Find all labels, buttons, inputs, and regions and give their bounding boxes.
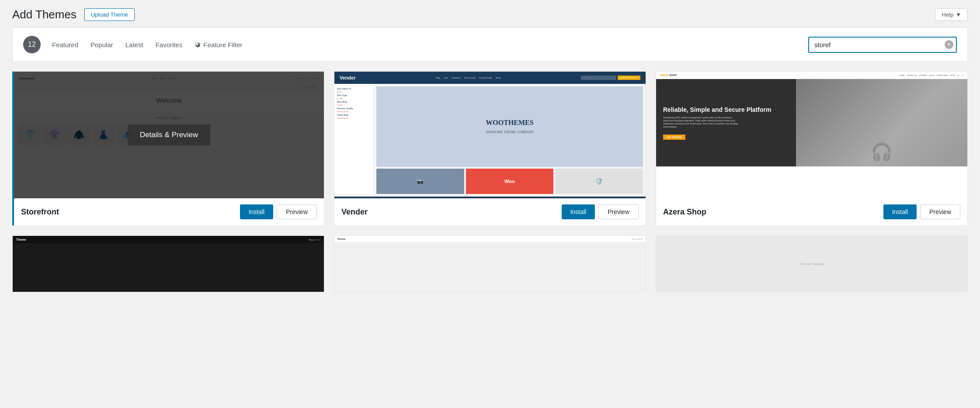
bottom-mockup-light2: Theme Preview bbox=[656, 236, 967, 292]
az-hero-content: Reliable, Simple and Secure Platform San… bbox=[663, 106, 771, 140]
storefront-footer: Storefront Install Preview bbox=[14, 198, 324, 225]
feature-filter[interactable]: Feature Filter bbox=[194, 41, 242, 49]
themes-grid-bottom: Theme Blog ★ ✦ ✕ Theme menu items Theme … bbox=[0, 235, 980, 302]
vd-thumb-row: 📷 Woo 🛡️ bbox=[376, 169, 643, 194]
vd-big-image: WOOTHEMESAWESOME THEME COMPANY bbox=[376, 86, 643, 167]
filter-bar: 12 Featured Popular Latest Favorites Fea… bbox=[12, 28, 968, 62]
vender-actions: Install Preview bbox=[562, 204, 639, 219]
azera-preview-button[interactable]: Preview bbox=[920, 204, 960, 219]
storefront-actions: Install Preview bbox=[240, 204, 317, 219]
azera-mockup: AZERA SHOP HOME PRODUCTS CONTACT BLOG DO… bbox=[656, 72, 967, 198]
filter-left: 12 Featured Popular Latest Favorites Fea… bbox=[23, 36, 243, 53]
vender-mockup: Vender Blog Cart Checkout My Account Sam… bbox=[334, 72, 646, 198]
az-hero: 🎧 Reliable, Simple and Secure Platform S… bbox=[656, 79, 967, 166]
vd-header: Vender Blog Cart Checkout My Account Sam… bbox=[334, 72, 646, 84]
vd-sidebar: Woo Album #1 £5.00 Woo Logo £15.00 Woo N… bbox=[334, 84, 374, 197]
tab-favorites[interactable]: Favorites bbox=[155, 39, 184, 50]
bottom-mockup-light: Theme menu items bbox=[334, 236, 646, 292]
storefront-name: Storefront bbox=[21, 207, 59, 217]
theme-preview-azera[interactable]: AZERA SHOP HOME PRODUCTS CONTACT BLOG DO… bbox=[656, 72, 967, 198]
theme-preview-vender[interactable]: Vender Blog Cart Checkout My Account Sam… bbox=[334, 72, 646, 198]
theme-count-badge: 12 bbox=[23, 36, 41, 53]
vd-content: Woo Album #1 £5.00 Woo Logo £15.00 Woo N… bbox=[334, 84, 646, 197]
azera-actions: Install Preview bbox=[883, 204, 960, 219]
storefront-install-button[interactable]: Install bbox=[240, 204, 274, 219]
azera-footer: Azera Shop Install Preview bbox=[656, 198, 967, 225]
storefront-overlay[interactable]: Details & Preview bbox=[14, 72, 324, 198]
tab-popular[interactable]: Popular bbox=[90, 39, 114, 50]
help-button[interactable]: Help ▼ bbox=[935, 8, 968, 21]
theme-card-bottom-1: Theme Blog ★ ✦ ✕ bbox=[12, 235, 324, 292]
search-input[interactable] bbox=[808, 37, 957, 53]
theme-card-vender: Vender Blog Cart Checkout My Account Sam… bbox=[334, 71, 646, 226]
az-hero-subtitle: Sandboxing UDD content management system… bbox=[663, 116, 742, 128]
upload-theme-button[interactable]: Upload Theme bbox=[84, 8, 135, 21]
top-bar: Add Themes Upload Theme Help ▼ bbox=[0, 0, 980, 28]
gear-icon bbox=[194, 41, 201, 49]
azera-name: Azera Shop bbox=[663, 207, 706, 217]
help-label: Help bbox=[942, 11, 953, 18]
theme-preview-storefront[interactable]: Storefront Shop About Contact Search... … bbox=[14, 72, 324, 198]
tab-latest[interactable]: Latest bbox=[125, 39, 144, 50]
az-hero-title: Reliable, Simple and Secure Platform bbox=[663, 106, 771, 114]
top-bar-left: Add Themes Upload Theme bbox=[12, 8, 135, 21]
feature-filter-label: Feature Filter bbox=[203, 41, 242, 48]
bottom-mockup-dark: Theme Blog ★ ✦ ✕ bbox=[13, 236, 324, 292]
search-clear-button[interactable]: ✕ bbox=[945, 40, 953, 49]
vender-footer: Vender Install Preview bbox=[334, 198, 646, 225]
az-hero-cta-button[interactable]: GET STARTED bbox=[663, 135, 685, 140]
theme-card-azera: AZERA SHOP HOME PRODUCTS CONTACT BLOG DO… bbox=[656, 71, 968, 226]
vender-install-button[interactable]: Install bbox=[562, 204, 595, 219]
page-title: Add Themes bbox=[12, 8, 76, 21]
storefront-preview-button[interactable]: Preview bbox=[277, 204, 317, 219]
theme-card-storefront: Storefront Shop About Contact Search... … bbox=[12, 71, 324, 226]
themes-grid: Storefront Shop About Contact Search... … bbox=[0, 71, 980, 235]
chevron-down-icon: ▼ bbox=[956, 11, 961, 18]
tab-featured[interactable]: Featured bbox=[51, 39, 79, 50]
azera-install-button[interactable]: Install bbox=[883, 204, 917, 219]
theme-card-bottom-2: Theme menu items bbox=[334, 235, 646, 292]
theme-card-bottom-3: Theme Preview bbox=[656, 235, 968, 292]
az-hero-image: 🎧 bbox=[796, 79, 967, 166]
vd-main: WOOTHEMESAWESOME THEME COMPANY 📷 Woo 🛡️ bbox=[374, 84, 646, 197]
vender-preview-button[interactable]: Preview bbox=[598, 204, 639, 219]
vender-name: Vender bbox=[341, 207, 368, 217]
storefront-details-preview-button[interactable]: Details & Preview bbox=[128, 124, 210, 145]
search-wrap: ✕ bbox=[808, 37, 957, 53]
az-header: AZERA SHOP HOME PRODUCTS CONTACT BLOG DO… bbox=[656, 72, 967, 79]
